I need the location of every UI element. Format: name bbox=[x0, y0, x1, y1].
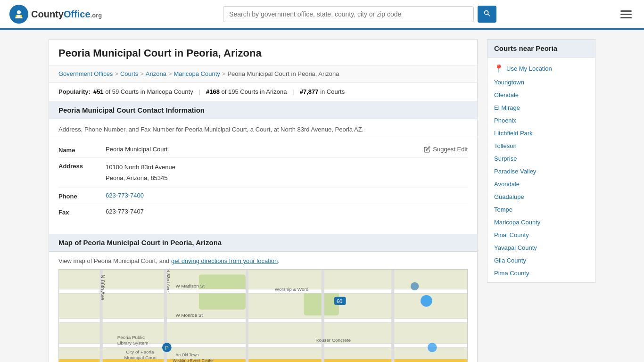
sidebar-list: 📍 Use My Location Youngtown Glendale El … bbox=[487, 58, 595, 282]
sidebar-link-pima-county[interactable]: Pima County bbox=[494, 270, 529, 277]
popularity-stat-2: #168 of 195 Courts in Arizona bbox=[206, 88, 287, 95]
sidebar-item-avondale[interactable]: Avondale bbox=[487, 178, 595, 190]
sidebar-item-guadalupe[interactable]: Guadalupe bbox=[487, 190, 595, 203]
svg-text:Wedding-Event Center: Wedding-Event Center bbox=[173, 358, 214, 362]
breadcrumb-current: Peoria Municipal Court in Peoria, Arizon… bbox=[227, 70, 339, 77]
svg-rect-16 bbox=[322, 270, 324, 362]
sidebar-item-paradise-valley[interactable]: Paradise Valley bbox=[487, 165, 595, 178]
svg-text:An Old Town: An Old Town bbox=[175, 353, 198, 357]
sidebar-use-location[interactable]: 📍 Use My Location bbox=[487, 60, 595, 76]
sidebar-link-gila-county[interactable]: Gila County bbox=[494, 257, 526, 264]
sidebar-item-glendale[interactable]: Glendale bbox=[487, 89, 595, 101]
info-val-name: Peoria Municipal Court bbox=[106, 146, 424, 153]
svg-text:City of Peoria: City of Peoria bbox=[126, 349, 154, 354]
svg-point-1 bbox=[17, 10, 21, 14]
sidebar-link-guadalupe[interactable]: Guadalupe bbox=[494, 193, 524, 200]
sidebar-item-pima-county[interactable]: Pima County bbox=[487, 267, 595, 280]
popularity-bar: Popularity: #51 of 59 Courts in Maricopa… bbox=[49, 82, 477, 101]
search-button[interactable] bbox=[478, 6, 496, 23]
svg-point-38 bbox=[428, 343, 437, 352]
svg-text:Municipal Court: Municipal Court bbox=[124, 355, 157, 360]
breadcrumb-sep: > bbox=[222, 70, 226, 77]
driving-directions-link[interactable]: get driving directions from your locatio… bbox=[171, 257, 278, 264]
svg-rect-6 bbox=[59, 270, 467, 362]
map-placeholder[interactable]: N 86th Ave N 83rd Ave W Madison St W Mon… bbox=[58, 269, 468, 362]
site-header: CountyOffice.org bbox=[0, 0, 644, 30]
map-section: Map of Peoria Municipal Court in Peoria,… bbox=[49, 234, 477, 362]
info-key-address: Address bbox=[58, 162, 106, 170]
sidebar-item-litchfield-park[interactable]: Litchfield Park bbox=[487, 127, 595, 140]
breadcrumb-arizona[interactable]: Arizona bbox=[146, 70, 166, 77]
svg-rect-8 bbox=[304, 292, 339, 315]
breadcrumb: Government Offices > Courts > Arizona > … bbox=[49, 66, 477, 82]
sidebar-item-yavapai-county[interactable]: Yavapai County bbox=[487, 241, 595, 254]
search-input[interactable] bbox=[223, 6, 474, 22]
svg-rect-12 bbox=[59, 359, 467, 362]
info-row-address: Address 10100 North 83rd Avenue Peoria, … bbox=[58, 158, 468, 188]
hamburger-menu-button[interactable] bbox=[618, 8, 635, 21]
location-icon: 📍 bbox=[494, 64, 504, 73]
breadcrumb-sep: > bbox=[168, 70, 172, 77]
sidebar-link-youngtown[interactable]: Youngtown bbox=[494, 79, 524, 86]
phone-link[interactable]: 623-773-7400 bbox=[106, 192, 144, 199]
contact-section-header: Peoria Municipal Court Contact Informati… bbox=[49, 101, 477, 119]
use-my-location-link[interactable]: Use My Location bbox=[506, 65, 552, 72]
svg-text:60: 60 bbox=[337, 298, 342, 304]
sidebar-item-maricopa-county[interactable]: Maricopa County bbox=[487, 216, 595, 229]
svg-rect-15 bbox=[246, 270, 248, 362]
info-row-name: Name Peoria Municipal Court Suggest Edit bbox=[58, 142, 468, 158]
svg-rect-17 bbox=[391, 270, 394, 362]
svg-text:Worship & Word: Worship & Word bbox=[275, 287, 309, 292]
sidebar-item-phoenix[interactable]: Phoenix bbox=[487, 114, 595, 127]
sidebar-link-paradise-valley[interactable]: Paradise Valley bbox=[494, 168, 536, 175]
info-row-fax: Fax 623-773-7407 bbox=[58, 204, 468, 220]
sidebar-link-litchfield-park[interactable]: Litchfield Park bbox=[494, 130, 533, 137]
breadcrumb-sep: > bbox=[140, 70, 144, 77]
info-val-address: 10100 North 83rd Avenue Peoria, Arizona,… bbox=[106, 162, 468, 184]
sidebar-link-surprise[interactable]: Surprise bbox=[494, 155, 517, 162]
breadcrumb-maricopa[interactable]: Maricopa County bbox=[174, 70, 220, 77]
sidebar-item-youngtown[interactable]: Youngtown bbox=[487, 76, 595, 89]
svg-text:N 83rd Ave: N 83rd Ave bbox=[166, 270, 171, 292]
map-desc: View map of Peoria Municipal Court, and … bbox=[49, 252, 477, 269]
sidebar-item-tempe[interactable]: Tempe bbox=[487, 203, 595, 216]
map-section-header: Map of Peoria Municipal Court in Peoria,… bbox=[49, 234, 477, 252]
main-container: Peoria Municipal Court in Peoria, Arizon… bbox=[39, 30, 605, 362]
sidebar-box: Courts near Peoria 📍 Use My Location You… bbox=[487, 39, 595, 283]
svg-line-5 bbox=[488, 14, 490, 16]
sidebar-item-el-mirage[interactable]: El Mirage bbox=[487, 101, 595, 114]
popularity-stat-3: #7,877 in Courts bbox=[300, 88, 345, 95]
sidebar-link-el-mirage[interactable]: El Mirage bbox=[494, 104, 520, 111]
info-val-phone: 623-773-7400 bbox=[106, 192, 468, 199]
sidebar-link-phoenix[interactable]: Phoenix bbox=[494, 117, 516, 124]
sidebar-link-tolleson[interactable]: Tolleson bbox=[494, 142, 517, 149]
breadcrumb-gov-offices[interactable]: Government Offices bbox=[58, 70, 113, 77]
sidebar-link-glendale[interactable]: Glendale bbox=[494, 91, 519, 99]
sidebar-link-tempe[interactable]: Tempe bbox=[494, 206, 512, 213]
svg-point-3 bbox=[20, 15, 22, 17]
info-key-name: Name bbox=[58, 146, 106, 154]
info-val-fax: 623-773-7407 bbox=[106, 208, 468, 215]
info-key-fax: Fax bbox=[58, 208, 106, 216]
svg-text:W Madison St: W Madison St bbox=[175, 283, 205, 288]
sidebar-link-pinal-county[interactable]: Pinal County bbox=[494, 231, 529, 239]
sidebar-link-maricopa-county[interactable]: Maricopa County bbox=[494, 219, 540, 226]
logo-icon bbox=[9, 5, 28, 24]
address-line1: 10100 North 83rd Avenue bbox=[106, 162, 468, 173]
sidebar-link-avondale[interactable]: Avondale bbox=[494, 181, 520, 188]
contact-info-table: Name Peoria Municipal Court Suggest Edit… bbox=[49, 137, 477, 229]
svg-point-37 bbox=[421, 295, 432, 307]
svg-text:W Monroe St: W Monroe St bbox=[175, 312, 203, 317]
svg-text:N 86th Ave: N 86th Ave bbox=[100, 274, 106, 300]
suggest-edit-link[interactable]: Suggest Edit bbox=[424, 146, 468, 153]
sidebar-link-yavapai-county[interactable]: Yavapai County bbox=[494, 244, 537, 251]
sidebar-item-tolleson[interactable]: Tolleson bbox=[487, 140, 595, 152]
logo[interactable]: CountyOffice.org bbox=[9, 5, 102, 24]
sidebar-title: Courts near Peoria bbox=[487, 40, 595, 58]
svg-point-39 bbox=[411, 282, 419, 290]
svg-point-2 bbox=[16, 15, 17, 17]
sidebar-item-pinal-county[interactable]: Pinal County bbox=[487, 229, 595, 241]
sidebar-item-gila-county[interactable]: Gila County bbox=[487, 254, 595, 267]
breadcrumb-courts[interactable]: Courts bbox=[120, 70, 138, 77]
sidebar-item-surprise[interactable]: Surprise bbox=[487, 152, 595, 165]
